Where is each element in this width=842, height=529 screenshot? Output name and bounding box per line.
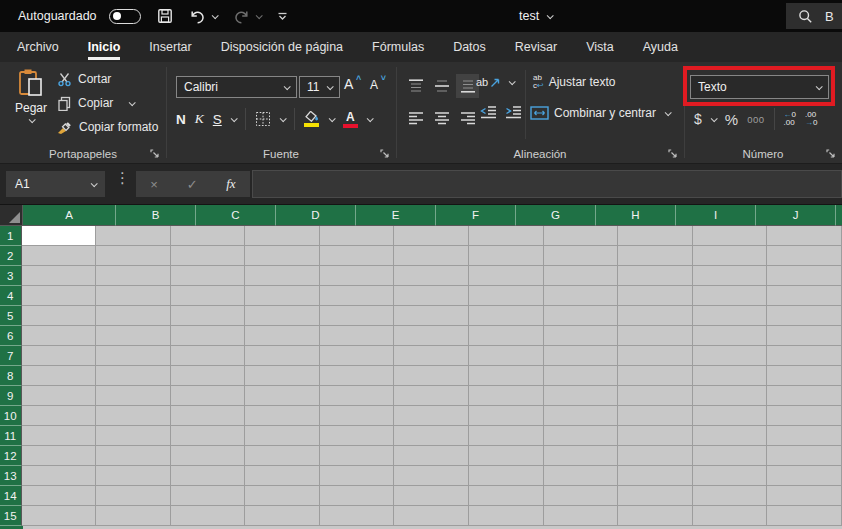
cell-D14[interactable] [245, 486, 320, 506]
cell-F8[interactable] [394, 366, 469, 386]
underline-button[interactable]: S [213, 112, 222, 127]
cell-C5[interactable] [171, 306, 246, 326]
cell-G3[interactable] [469, 266, 544, 286]
cell-E6[interactable] [320, 326, 395, 346]
cell-F6[interactable] [394, 326, 469, 346]
row-header-9[interactable]: 9 [0, 386, 22, 406]
cell-partial[interactable] [767, 486, 842, 506]
row-header-14[interactable]: 14 [0, 486, 22, 506]
cell-E10[interactable] [320, 406, 395, 426]
cell-D1[interactable] [245, 226, 320, 246]
cell-D9[interactable] [245, 386, 320, 406]
italic-button[interactable]: K [195, 111, 204, 127]
cell-F9[interactable] [394, 386, 469, 406]
cell-I10[interactable] [618, 406, 693, 426]
cell-D5[interactable] [245, 306, 320, 326]
column-header-F[interactable]: F [436, 205, 516, 226]
cell-D4[interactable] [245, 286, 320, 306]
orientation-button[interactable]: ab [476, 76, 514, 88]
alignment-dialog-launcher[interactable] [668, 149, 677, 158]
cell-H14[interactable] [544, 486, 619, 506]
cell-partial[interactable] [767, 366, 842, 386]
cell-E9[interactable] [320, 386, 395, 406]
cell-B7[interactable] [96, 346, 171, 366]
cell-F13[interactable] [394, 466, 469, 486]
cell-A4[interactable] [22, 286, 97, 306]
cell-B9[interactable] [96, 386, 171, 406]
copy-button[interactable]: Copiar [57, 93, 158, 113]
cell-C2[interactable] [171, 246, 246, 266]
row-header-12[interactable]: 12 [0, 446, 22, 466]
column-header-partial[interactable] [836, 205, 842, 226]
row-header-1[interactable]: 1 [0, 226, 22, 246]
column-header-G[interactable]: G [516, 205, 596, 226]
cell-C6[interactable] [171, 326, 246, 346]
column-header-D[interactable]: D [276, 205, 356, 226]
cell-E8[interactable] [320, 366, 395, 386]
title-dropdown-icon[interactable] [547, 12, 554, 19]
cell-G9[interactable] [469, 386, 544, 406]
underline-dropdown-icon[interactable] [230, 115, 237, 122]
cell-J14[interactable] [693, 486, 768, 506]
cell-F3[interactable] [394, 266, 469, 286]
cell-H15[interactable] [544, 506, 619, 526]
font-dialog-launcher[interactable] [380, 149, 389, 158]
cell-partial[interactable] [767, 346, 842, 366]
tab-disposicion-de-pagina[interactable]: Disposición de página [221, 32, 343, 62]
cell-F11[interactable] [394, 426, 469, 446]
cell-B1[interactable] [96, 226, 171, 246]
cell-C3[interactable] [171, 266, 246, 286]
cell-A3[interactable] [22, 266, 97, 286]
cell-J9[interactable] [693, 386, 768, 406]
column-header-C[interactable]: C [196, 205, 276, 226]
decrease-indent-button[interactable] [480, 106, 497, 119]
cell-A10[interactable] [22, 406, 97, 426]
cell-G2[interactable] [469, 246, 544, 266]
cell-A2[interactable] [22, 246, 97, 266]
undo-dropdown[interactable] [212, 14, 217, 19]
cell-A8[interactable] [22, 366, 97, 386]
tab-archivo[interactable]: Archivo [17, 32, 59, 62]
cell-A11[interactable] [22, 426, 97, 446]
name-box-dropdown-icon[interactable] [91, 180, 98, 187]
cell-A1[interactable] [22, 226, 97, 246]
number-format-combo[interactable]: Texto [690, 75, 829, 99]
cell-I12[interactable] [618, 446, 693, 466]
font-color-dropdown-icon[interactable] [366, 115, 373, 122]
cell-partial[interactable] [767, 266, 842, 286]
tab-formulas[interactable]: Fórmulas [372, 32, 424, 62]
tab-ayuda[interactable]: Ayuda [643, 32, 678, 62]
cell-A6[interactable] [22, 326, 97, 346]
cell-B11[interactable] [96, 426, 171, 446]
cell-I11[interactable] [618, 426, 693, 446]
increase-font-size-button[interactable]: A˄ [344, 75, 353, 93]
format-painter-button[interactable]: Copiar formato [57, 117, 158, 137]
cell-F5[interactable] [394, 306, 469, 326]
cancel-button[interactable]: × [150, 177, 158, 192]
cell-B12[interactable] [96, 446, 171, 466]
cell-D2[interactable] [245, 246, 320, 266]
cell-E2[interactable] [320, 246, 395, 266]
clipboard-dialog-launcher[interactable] [150, 149, 159, 158]
cell-E4[interactable] [320, 286, 395, 306]
tab-vista[interactable]: Vista [586, 32, 614, 62]
cell-partial[interactable] [767, 446, 842, 466]
align-right-button[interactable] [456, 106, 479, 130]
cell-partial[interactable] [767, 286, 842, 306]
cell-I9[interactable] [618, 386, 693, 406]
cell-D8[interactable] [245, 366, 320, 386]
cell-J15[interactable] [693, 506, 768, 526]
cell-D6[interactable] [245, 326, 320, 346]
cell-F7[interactable] [394, 346, 469, 366]
wrap-text-button[interactable]: ab c↩ Ajustar texto [533, 74, 615, 90]
cell-G12[interactable] [469, 446, 544, 466]
autosave-toggle[interactable] [109, 9, 141, 24]
tab-datos[interactable]: Datos [453, 32, 486, 62]
cell-B14[interactable] [96, 486, 171, 506]
cell-H4[interactable] [544, 286, 619, 306]
cell-D11[interactable] [245, 426, 320, 446]
column-header-A[interactable]: A [23, 205, 116, 226]
formula-input[interactable] [252, 170, 842, 198]
thousands-format-button[interactable]: 000 [747, 114, 764, 125]
cell-I7[interactable] [618, 346, 693, 366]
